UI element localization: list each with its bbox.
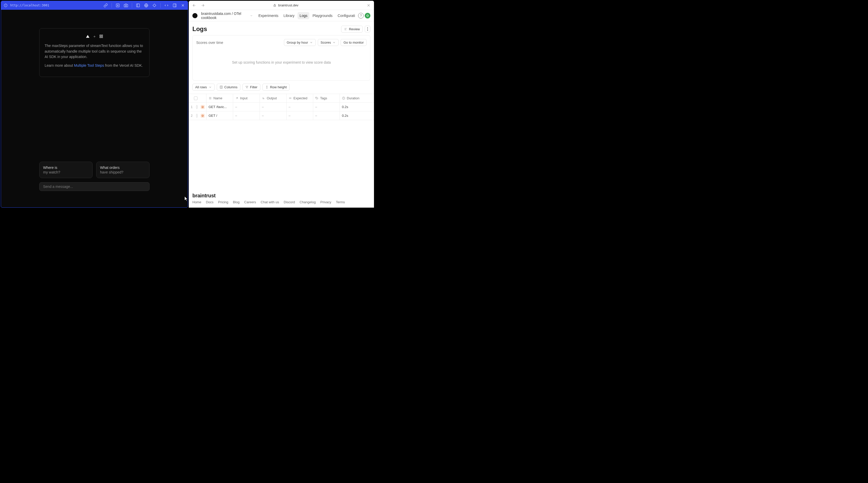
tab-playgrounds[interactable]: Playgrounds — [310, 12, 335, 19]
svg-point-28 — [367, 29, 368, 30]
suggestion-subtitle: my watch? — [43, 170, 89, 174]
help-icon[interactable]: ? — [358, 13, 364, 19]
svg-point-4 — [125, 5, 126, 6]
learn-link[interactable]: Multiple Tool Steps — [74, 63, 104, 67]
link-icon[interactable] — [103, 3, 108, 8]
filter-row: All rows Columns Filter Row height — [189, 81, 374, 94]
all-rows-button[interactable]: All rows — [192, 84, 215, 91]
footer-link[interactable]: Terms — [336, 200, 345, 204]
scores-panel-header: Scores over time Group by hour Scores Go… — [196, 39, 367, 46]
close-icon[interactable] — [181, 3, 185, 8]
cell-name: GET /favic... — [206, 103, 233, 111]
svg-rect-5 — [136, 4, 140, 7]
scores-empty-state: Set up scoring functions in your experim… — [196, 46, 367, 77]
col-tags: Tags — [313, 94, 340, 102]
forward-icon[interactable] — [200, 3, 205, 8]
learn-prefix: Learn more about — [44, 63, 74, 67]
review-button[interactable]: Review — [341, 26, 363, 33]
scores-label: Scores over time — [196, 40, 223, 44]
row-height-button[interactable]: Row height — [262, 84, 289, 91]
close-icon[interactable] — [366, 3, 371, 8]
footer: braintrust Home Docs Pricing Blog Career… — [189, 190, 374, 208]
braces-icon[interactable] — [164, 3, 169, 8]
avatar[interactable]: O — [365, 13, 370, 19]
footer-link[interactable]: Privacy — [320, 200, 332, 204]
span-icon — [200, 105, 205, 109]
table-header-row: Name Input Output Expected Tags Duration — [189, 94, 374, 103]
scores-button[interactable]: Scores — [318, 39, 339, 46]
group-by-button[interactable]: Group by hour — [284, 39, 316, 46]
review-label: Review — [349, 27, 360, 31]
span-icon — [200, 114, 205, 118]
tab-experiments[interactable]: Experiments — [256, 12, 281, 19]
svg-rect-19 — [100, 37, 101, 38]
chat-input[interactable] — [39, 182, 150, 191]
tab-configuration[interactable]: Configurati — [336, 12, 357, 19]
suggestions: Where is my watch? What orders have ship… — [39, 162, 150, 178]
svg-point-38 — [316, 97, 316, 98]
suggestion-subtitle: have shipped? — [100, 170, 146, 174]
col-duration: Duration — [340, 94, 370, 102]
intro-card: + The maxSteps parameter of streamText f… — [39, 28, 150, 77]
select-all-checkbox[interactable] — [194, 96, 197, 100]
footer-link[interactable]: Discord — [284, 200, 295, 204]
intro-icons: + — [44, 34, 144, 38]
panel-icon[interactable] — [173, 3, 177, 8]
learn-suffix: from the Vercel AI SDK. — [104, 63, 143, 67]
go-to-monitor-button[interactable]: Go to monitor — [341, 39, 367, 46]
footer-link[interactable]: Blog — [233, 200, 240, 204]
top-nav: braintrustdata.com / OTel cookbook Exper… — [189, 10, 374, 21]
info-icon — [4, 3, 8, 7]
scores-panel: Scores over time Group by hour Scores Go… — [192, 35, 370, 81]
preview-toolbar: http://localhost:3001 — [1, 1, 188, 10]
table-row[interactable]: 1 GET /favic... – – – – 0.2s — [189, 103, 374, 111]
footer-link[interactable]: Home — [192, 200, 202, 204]
svg-point-29 — [367, 30, 368, 31]
col-expected: Expected — [286, 94, 313, 102]
chevron-down-icon — [250, 14, 253, 17]
svg-point-27 — [367, 27, 368, 28]
footer-brand: braintrust — [192, 193, 370, 199]
intro-learn-more: Learn more about Multiple Tool Steps fro… — [44, 63, 144, 68]
cell-name: GET / — [206, 111, 233, 120]
col-name: Name — [206, 94, 233, 102]
target-icon[interactable] — [152, 3, 157, 8]
svg-rect-13 — [173, 4, 176, 7]
brand-logo[interactable] — [192, 13, 197, 18]
svg-rect-20 — [101, 37, 102, 38]
grid-icon — [99, 34, 103, 38]
svg-rect-17 — [100, 35, 101, 36]
tab-library[interactable]: Library — [281, 12, 297, 19]
logs-table: Name Input Output Expected Tags Duration… — [189, 94, 374, 120]
suggestion-card[interactable]: What orders have shipped? — [96, 162, 150, 178]
screenshot-icon[interactable] — [124, 3, 128, 8]
svg-point-8 — [153, 4, 155, 6]
globe-icon[interactable] — [144, 3, 149, 8]
address-center[interactable]: braintrust.dev — [205, 3, 366, 7]
footer-link[interactable]: Chat with us — [260, 200, 279, 204]
table-row[interactable]: 2 GET / – – – – 0.2s — [189, 111, 374, 120]
row-checkbox[interactable] — [196, 114, 197, 118]
svg-rect-30 — [220, 86, 222, 89]
footer-link[interactable]: Changelog — [300, 200, 316, 204]
preview-url[interactable]: http://localhost:3001 — [10, 4, 49, 7]
suggestion-card[interactable]: Where is my watch? — [39, 162, 93, 178]
svg-rect-18 — [101, 35, 102, 36]
more-menu-button[interactable] — [365, 26, 370, 32]
footer-link[interactable]: Careers — [244, 200, 256, 204]
external-icon[interactable] — [136, 3, 140, 8]
back-icon[interactable] — [192, 3, 196, 8]
download-icon[interactable] — [116, 3, 120, 8]
suggestion-title: What orders — [100, 165, 146, 170]
footer-link[interactable]: Pricing — [218, 200, 228, 204]
scores-controls: Group by hour Scores Go to monitor — [284, 39, 367, 46]
suggestion-title: Where is — [43, 165, 89, 170]
tab-logs[interactable]: Logs — [298, 12, 309, 19]
filter-button[interactable]: Filter — [242, 84, 260, 91]
triangle-icon — [86, 34, 90, 38]
footer-link[interactable]: Docs — [206, 200, 214, 204]
project-breadcrumb[interactable]: braintrustdata.com / OTel cookbook — [201, 11, 253, 20]
columns-button[interactable]: Columns — [217, 84, 240, 91]
page-title: Logs — [192, 25, 207, 33]
row-checkbox[interactable] — [196, 105, 197, 109]
